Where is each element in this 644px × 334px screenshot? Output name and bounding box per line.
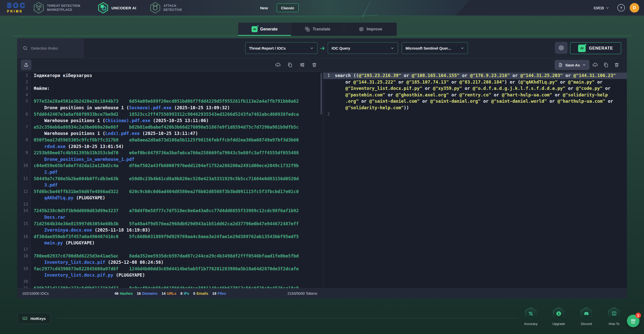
- line-content: Docs.rar: [31, 214, 323, 221]
- line-content: Warehouse positions 1 (Chisinau).pdf.exe…: [31, 118, 323, 124]
- source-format-value: Threat Report / IOCs: [249, 46, 286, 50]
- line-content: @"pastebin.com" or @"ghostbin.axel.org" …: [333, 92, 627, 98]
- line-number: [17, 227, 31, 234]
- line-content: [31, 92, 323, 98]
- nav-app-uncoder-ai[interactable]: UNCODER AI: [98, 0, 136, 16]
- query-output-editor[interactable]: 1search ((@"193.23.216.39" or @"108.165.…: [323, 72, 627, 288]
- line-number: [17, 156, 31, 163]
- editor-line: @"Inventory_list.docx.pif.py" or @"xy359…: [323, 85, 627, 92]
- line-number: 13: [17, 201, 31, 208]
- uncoder-icon: [98, 2, 109, 14]
- nav-app-label: THREAT DETECTIONMARKETPLACE: [47, 4, 80, 12]
- tab-translate[interactable]: Translate: [291, 23, 344, 36]
- line-content: Inventory_list.docx.pif (2025-12-08 08:2…: [31, 259, 323, 266]
- save-as-label: Save As: [565, 63, 580, 67]
- ioc-input-editor[interactable]: 1Індикатори кіберзагроз23Файли:45977e52e…: [17, 72, 323, 288]
- nav-app-attack-detective[interactable]: ATTACKDETECTIVE: [150, 0, 182, 16]
- top-nav: SOC PRIME THREAT DETECTIONMARKETPLACEUNC…: [0, 0, 644, 16]
- right-trash-icon[interactable]: [614, 62, 619, 67]
- left-editor-scrollbar[interactable]: [320, 73, 322, 115]
- left-cloud-upload-icon[interactable]: [275, 62, 281, 68]
- ioc-count-hashes: 46Hashes: [114, 291, 133, 295]
- source-format-select[interactable]: Threat Report / IOCs: [245, 42, 317, 54]
- badge-upgrade[interactable]: $Upgrade: [547, 307, 570, 326]
- editor-line: 1571d2564b34e36e815997d63054e60b3b 5fa48…: [17, 221, 323, 227]
- target-platform-select[interactable]: Microsoft Sentinel Quer...: [402, 42, 468, 54]
- right-editor-actions: [592, 58, 619, 71]
- editor-line: Docs.rar: [17, 214, 323, 221]
- line-number: 2: [17, 79, 31, 86]
- line-number: [17, 105, 31, 111]
- upgrade-icon: $: [556, 311, 562, 317]
- generate-label: GENERATE: [589, 46, 613, 51]
- keyboard-icon: [22, 316, 27, 321]
- upload-file-button[interactable]: [21, 60, 31, 70]
- right-copy-icon[interactable]: [603, 62, 609, 68]
- line-content: c04e059e65bfa0ef7d2da12a12bd2c4a df6ef50…: [31, 163, 323, 169]
- left-copy-icon[interactable]: [287, 62, 293, 68]
- cicd-menu[interactable]: CI/CD: [594, 0, 609, 16]
- editor-actions-row: Save As: [17, 58, 627, 72]
- settings-button[interactable]: [555, 42, 568, 54]
- editor-line: .org" or @"saint-daniel.com" or @"saint-…: [323, 98, 627, 105]
- left-sliders-icon[interactable]: [299, 62, 305, 68]
- editor-line: 1search ((@"193.23.216.39" or @"108.165.…: [323, 72, 627, 79]
- hotkeys-button[interactable]: HotKeys: [18, 313, 51, 324]
- editor-line: Drone positions in warehouse 1 (Suceava)…: [17, 105, 323, 111]
- tab-label: Generate: [260, 27, 277, 31]
- mode-toggle-classic[interactable]: Classic: [277, 4, 299, 12]
- left-trash-icon[interactable]: [312, 62, 317, 67]
- nav-app-label: ATTACKDETECTIVE: [164, 4, 182, 12]
- line-content: .org" or @"saint-daniel.com" or @"saint-…: [333, 98, 627, 105]
- badge-accuracy[interactable]: Accuracy: [519, 307, 542, 326]
- tab-generate[interactable]: AIGenerate: [238, 23, 291, 36]
- tab-improve[interactable]: Improve: [344, 23, 397, 36]
- upload-icon: [24, 62, 29, 67]
- chat-icon: [630, 318, 636, 324]
- editor-line: 2: [323, 111, 627, 118]
- generate-ai-icon: AI: [252, 26, 258, 32]
- line-content: Індикатори кіберзагроз: [31, 72, 323, 79]
- arrow-right-icon: [319, 45, 326, 51]
- avatar[interactable]: D: [630, 3, 639, 13]
- tab-label: Improve: [367, 27, 382, 31]
- line-content: 636b7f1d11398e223c5d8b81121b2d32 8c9ccf9…: [31, 285, 323, 288]
- line-number: [323, 105, 333, 111]
- save-as-button[interactable]: Save As: [555, 60, 589, 70]
- editor-line: 1150449a7c760e5b2be004b0ffcdb3e63b e50d8…: [17, 176, 323, 182]
- translate-icon: [305, 26, 310, 32]
- editor-line: 21636b7f1d11398e223c5d8b81121b2d32 8c9cc…: [17, 285, 323, 288]
- nav-app-threat-detection-marketplace[interactable]: THREAT DETECTIONMARKETPLACE: [33, 0, 80, 16]
- content-type-value: IOC Query: [332, 46, 350, 50]
- help-button[interactable]: ?: [617, 4, 625, 12]
- generate-button[interactable]: AI GENERATE: [570, 42, 621, 54]
- line-number: [323, 79, 333, 86]
- mode-toggle-new[interactable]: New: [260, 0, 268, 16]
- soc-prime-logo[interactable]: SOC PRIME: [7, 2, 26, 13]
- line-number: 6: [17, 111, 31, 118]
- line-number: 5: [17, 98, 31, 105]
- badge-how-to[interactable]: How To: [603, 307, 625, 326]
- line-number: 20: [17, 279, 31, 285]
- content-type-select[interactable]: IOC Query: [328, 42, 398, 54]
- line-number: [17, 182, 31, 189]
- right-cloud-upload-icon[interactable]: [592, 62, 598, 68]
- badge-discord[interactable]: Discord: [575, 307, 598, 326]
- editor-line: 3.pdf: [17, 182, 323, 189]
- line-content: Inventory_list.docx.pif.py (PLUGGYAPE): [31, 272, 323, 279]
- editor-line: rdvd.exe (2025-10-25 13:01:54): [17, 143, 323, 150]
- line-number: 9: [17, 150, 31, 156]
- deco-line-top: [18, 17, 364, 17]
- ioc-count-domains: 16Domains: [137, 291, 157, 295]
- badge-label: Accuracy: [524, 322, 537, 326]
- search-icon: [23, 46, 28, 51]
- line-number: [17, 259, 31, 266]
- line-number: 21: [17, 285, 31, 288]
- line-content: [31, 246, 323, 253]
- line-number: [323, 98, 333, 105]
- target-platform-value: Microsoft Sentinel Quer...: [406, 46, 451, 50]
- search-input[interactable]: Detection Rules: [17, 38, 84, 58]
- line-number: 1: [17, 72, 31, 79]
- editor-line: qAKhdTLq.py (PLUGGYAPE): [17, 195, 323, 201]
- editor-line: Warehouse positions 1 (Chisinau).pdf.exe…: [17, 118, 323, 124]
